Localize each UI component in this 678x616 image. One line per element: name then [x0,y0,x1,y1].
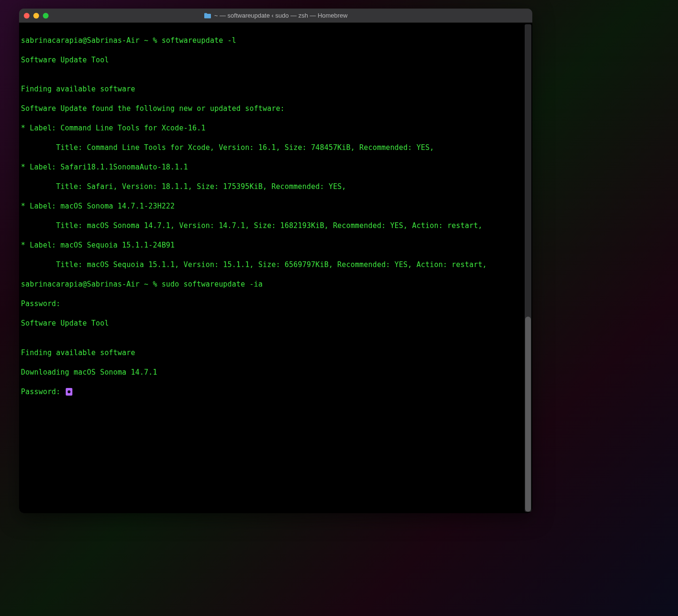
terminal-line: Title: macOS Sonoma 14.7.1, Version: 14.… [21,221,530,231]
terminal-line: * Label: Safari18.1.1SonomaAuto-18.1.1 [21,162,530,172]
terminal-line: * Label: Command Line Tools for Xcode-16… [21,123,530,133]
password-prompt-line: Password: [21,387,530,397]
window-title-container: ~ — softwareupdate ‹ sudo — zsh — Homebr… [204,12,348,19]
close-button[interactable] [24,13,30,19]
maximize-button[interactable] [43,13,49,19]
terminal-line: Software Update Tool [21,55,530,65]
terminal-line: Title: macOS Sequoia 15.1.1, Version: 15… [21,260,530,270]
password-prompt-label: Password: [21,387,65,396]
scrollbar-thumb[interactable] [525,317,531,512]
terminal-line: Title: Safari, Version: 18.1.1, Size: 17… [21,182,530,192]
terminal-line: * Label: macOS Sequoia 15.1.1-24B91 [21,240,530,250]
minimize-button[interactable] [33,13,39,19]
terminal-output[interactable]: sabrinacarapia@Sabrinas-Air ~ % software… [19,23,532,513]
key-icon [66,388,72,396]
terminal-line: Finding available software [21,348,530,358]
terminal-line: * Label: macOS Sonoma 14.7.1-23H222 [21,201,530,211]
folder-icon [204,13,211,19]
titlebar: ~ — softwareupdate ‹ sudo — zsh — Homebr… [19,9,532,23]
window-title: ~ — softwareupdate ‹ sudo — zsh — Homebr… [214,12,348,19]
terminal-line: Finding available software [21,84,530,94]
terminal-line: sabrinacarapia@Sabrinas-Air ~ % software… [21,36,530,46]
terminal-line: Downloading macOS Sonoma 14.7.1 [21,368,530,378]
terminal-line: Software Update Tool [21,318,530,328]
terminal-window: ~ — softwareupdate ‹ sudo — zsh — Homebr… [19,9,532,513]
terminal-line: Software Update found the following new … [21,104,530,114]
terminal-line: Title: Command Line Tools for Xcode, Ver… [21,143,530,153]
terminal-line: sabrinacarapia@Sabrinas-Air ~ % sudo sof… [21,279,530,289]
terminal-line: Password: [21,299,530,309]
scrollbar-track[interactable] [525,24,531,512]
traffic-lights [24,13,49,19]
